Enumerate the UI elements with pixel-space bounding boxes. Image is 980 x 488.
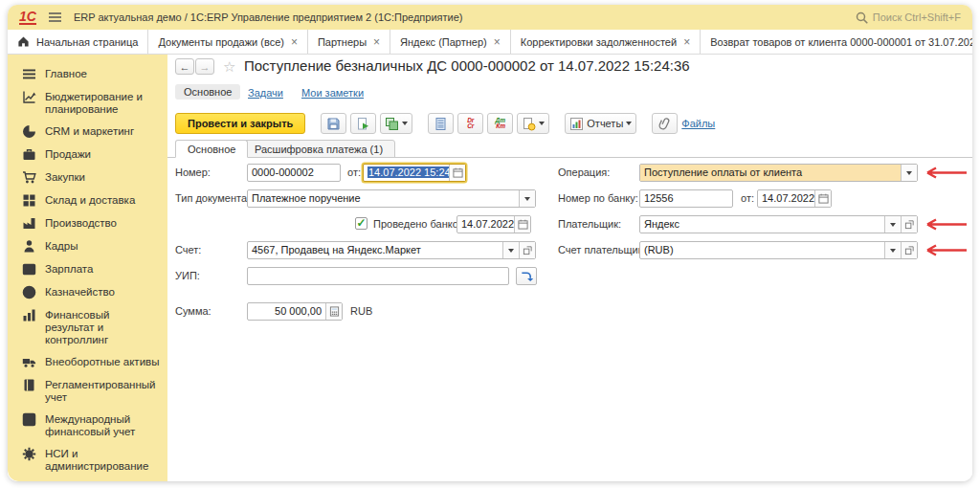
doc-type-label: Тип документа: [175,189,250,208]
hamburger-menu-icon[interactable] [48,11,62,23]
posted-by-bank-checkbox[interactable]: ✓ [355,217,368,230]
sidebar-label: Казначейство [45,286,115,299]
dropdown-button[interactable] [884,242,901,258]
sidebar-item-budgeting[interactable]: Бюджетирование и планирование [8,87,167,120]
uip-input[interactable] [247,267,509,285]
sidebar-label: НСИ и администрирование [45,448,162,473]
tab-partners[interactable]: Партнеры × [308,30,390,54]
sidebar-item-crm[interactable]: CRM и маркетинг [8,122,167,143]
open-button[interactable] [901,242,917,258]
amount-field[interactable]: 50 000,00 [247,302,343,321]
nav-link-notes[interactable]: Мои заметки [301,87,364,99]
person-icon [22,239,36,254]
calculator-button[interactable] [325,303,342,320]
calendar-button[interactable] [814,190,831,207]
tab-label: Основное [188,144,235,155]
sidebar-item-nsi-administration[interactable]: НСИ и администрирование [8,444,167,477]
files-link[interactable]: Файлы [681,118,715,129]
dropdown-button[interactable] [519,190,535,207]
tab-debt-adjustments[interactable]: Корректировки задолженностей × [511,30,701,54]
open-button[interactable] [901,216,917,233]
sidebar-item-payroll[interactable]: Зарплата [8,259,167,280]
global-search[interactable]: Поиск Ctrl+Shift+F [856,11,961,24]
report-chart-icon [569,117,584,131]
post-document-button[interactable] [350,113,376,134]
back-button[interactable]: ← [175,58,194,75]
copy-icon [385,117,399,131]
dt-kt-postings-button[interactable]: ДтКт [487,113,513,134]
open-button[interactable] [519,242,535,258]
calendar-icon [453,167,463,178]
number-field[interactable]: 0000-000002 [247,164,341,182]
dr-cr-icon: DrCr [467,118,474,130]
body: Главное Бюджетирование и планирование CR… [8,55,972,481]
fill-uip-button[interactable] [516,267,537,285]
dropdown-button[interactable] [901,165,917,181]
tab-label: Документы продажи (все) [158,36,283,48]
budget-planning-icon [22,90,36,104]
reports-button[interactable]: Отчеты [565,113,636,134]
currency-label: RUB [350,302,372,321]
tab-home[interactable]: Начальная страница [8,30,148,54]
number-from-label: от: [347,164,361,182]
sidebar-item-purchases[interactable]: Закупки [8,167,167,189]
sidebar-item-warehouse[interactable]: Склад и доставка [8,190,167,211]
title-bar: 1С ERP актуальная демо / 1С:ERP Управлен… [8,5,972,30]
create-based-on-button[interactable] [517,113,549,134]
close-icon[interactable]: × [683,37,690,47]
posted-by-bank-label: Проведено банком [373,215,465,233]
tab-sales-documents[interactable]: Документы продажи (все) × [148,30,307,54]
operation-combobox[interactable]: Поступление оплаты от клиента [639,164,918,182]
tab-goods-return[interactable]: Возврат товаров от клиента 0000-000001 о… [701,30,972,54]
sections-sidebar: Главное Бюджетирование и планирование CR… [8,55,167,481]
dt-kt-icon: ДтКт [496,118,505,130]
close-icon[interactable]: × [373,37,380,47]
doc-type-combobox[interactable]: Платежное поручение [247,189,536,208]
sidebar-item-regulated-accounting[interactable]: Регламентированный учет [8,375,167,408]
document-datetime-field[interactable]: 14.07.2022 15:24:36 [363,164,466,182]
calendar-button[interactable] [449,165,465,181]
forward-button[interactable]: → [195,58,214,75]
bank-date-field[interactable]: 14.07.2022 [757,189,832,208]
sidebar-item-fixed-assets[interactable]: Внеоборотные активы [8,352,167,373]
dr-cr-postings-button[interactable]: DrCr [457,113,483,134]
tab-main-page[interactable]: Основное [175,140,248,158]
dropdown-caret-icon [524,197,530,201]
attachments-button[interactable] [652,113,678,134]
save-button[interactable] [321,113,346,134]
sidebar-item-main[interactable]: Главное [8,64,167,85]
post-and-close-button[interactable]: Провести и закрыть [175,113,305,134]
copy-button[interactable] [380,113,412,134]
search-icon [856,11,868,24]
sidebar-item-sales[interactable]: Продажи [8,144,167,166]
document-toolbar: Провести и закрыть DrCr [175,112,715,135]
tab-label: Корректировки задолженностей [521,36,677,48]
payer-account-combobox[interactable]: (RUB) [639,241,918,259]
payer-combobox[interactable]: Яндекс [639,215,918,233]
bank-number-field[interactable]: 12556 [639,189,733,208]
shopping-cart-icon [22,170,36,185]
briefcase-icon [22,147,36,162]
favorite-star-icon[interactable]: ☆ [223,58,235,76]
sidebar-item-ifrs[interactable]: € Международный финансовый учет [8,410,167,442]
nav-link-main[interactable]: Основное [175,84,240,100]
posted-date-field[interactable]: 14.07.2022 [457,215,531,233]
dropdown-button[interactable] [502,242,519,258]
tab-payment-details[interactable]: Расшифровка платежа (1) [242,140,395,158]
sidebar-item-financial-result[interactable]: Финансовый результат и контроллинг [8,305,167,350]
tab-label: Партнеры [318,36,367,48]
tab-yandex-partner[interactable]: Яндекс (Партнер) × [390,30,511,54]
nav-link-tasks[interactable]: Задачи [248,87,283,99]
close-icon[interactable]: × [494,37,501,47]
sidebar-item-production[interactable]: Производство [8,213,167,234]
sidebar-item-hr[interactable]: Кадры [8,236,167,257]
ruble-circle-icon: ₽ [22,285,36,299]
dropdown-button[interactable] [884,216,901,233]
document-structure-button[interactable] [428,113,454,134]
dropdown-caret-icon [890,249,896,253]
calendar-button[interactable] [514,216,530,233]
account-combobox[interactable]: 4567, Продавец на Яндекс.Маркет [247,241,536,259]
close-icon[interactable]: × [291,37,298,47]
book-icon [22,378,36,392]
sidebar-item-treasury[interactable]: ₽ Казначейство [8,282,167,303]
